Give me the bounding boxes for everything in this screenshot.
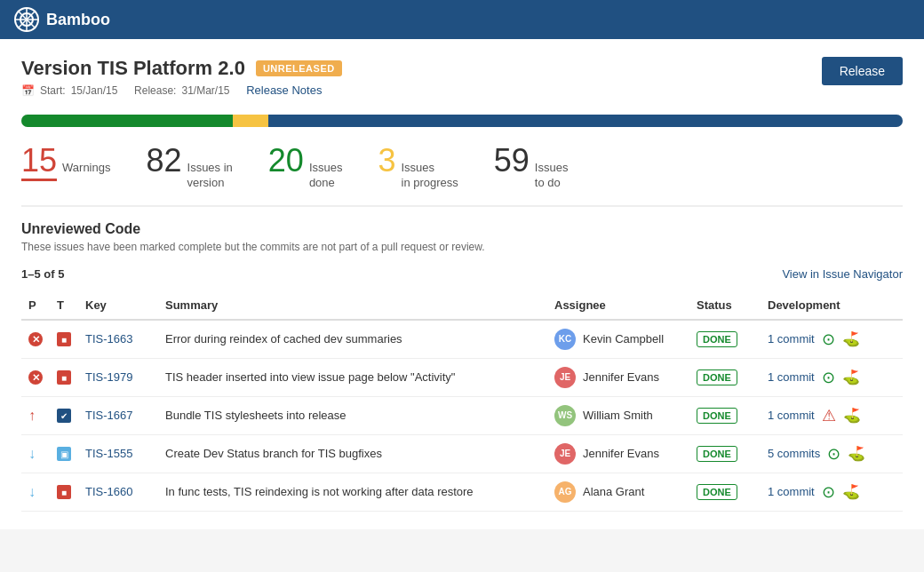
assignee-cell: WS William Smith: [547, 396, 689, 434]
key-cell: TIS-1555: [78, 434, 158, 473]
release-notes-link[interactable]: Release Notes: [246, 83, 322, 97]
development-cell: 1 commit ⊙ ⛳: [761, 320, 903, 359]
issue-key-link[interactable]: TIS-1667: [85, 409, 132, 422]
issue-key-link[interactable]: TIS-1663: [85, 332, 132, 346]
dev-container: 1 commit ⊙ ⛳: [768, 368, 896, 387]
commit-link[interactable]: 1 commit: [768, 370, 815, 384]
progress-blue: [268, 115, 903, 127]
col-header-key: Key: [78, 291, 158, 320]
dev-check-icon: ⊙: [822, 330, 835, 349]
stat-issues-version-number: 82: [146, 145, 181, 177]
type-cell: ✔: [50, 396, 78, 434]
avatar: AG: [554, 481, 576, 503]
stat-issues-todo-number: 59: [494, 145, 530, 177]
priority-blocker-icon: ✕: [28, 332, 43, 346]
summary-cell: In func tests, TIS reindexing is not wor…: [158, 473, 547, 511]
progress-section: [21, 115, 903, 127]
release-button[interactable]: Release: [822, 57, 903, 85]
dev-bamboo-icon: ⛳: [842, 483, 860, 500]
unreviewed-title: Unreviewed Code: [21, 221, 903, 237]
assignee-cell: JE Jennifer Evans: [547, 358, 689, 396]
assignee-name: William Smith: [583, 409, 653, 422]
assignee-cell: KC Kevin Campbell: [547, 320, 689, 359]
avatar: WS: [554, 405, 576, 426]
commit-link[interactable]: 1 commit: [768, 332, 815, 346]
type-bug-icon: ■: [57, 485, 71, 499]
stat-issues-done: 20 Issuesdone: [268, 145, 343, 191]
commit-link[interactable]: 5 commits: [768, 447, 820, 460]
dev-container: 1 commit ⊙ ⛳: [768, 330, 896, 349]
col-header-assignee: Assignee: [547, 291, 689, 320]
dev-check-icon: ⊙: [827, 444, 840, 464]
commit-link[interactable]: 1 commit: [768, 485, 815, 498]
stat-issues-progress-number: 3: [378, 145, 395, 177]
assignee-container: WS William Smith: [554, 405, 682, 426]
version-meta: 📅 Start: 15/Jan/15 Release: 31/Mar/15 Re…: [21, 83, 342, 97]
table-row: ✕ ■ TIS-1979 TIS header inserted into vi…: [21, 358, 903, 396]
priority-critical-icon: ↑: [28, 408, 36, 423]
dev-bamboo-icon: ⛳: [842, 330, 860, 347]
assignee-container: JE Jennifer Evans: [554, 443, 682, 465]
assignee-cell: AG Alana Grant: [547, 473, 689, 511]
start-label: Start:: [40, 84, 66, 97]
issue-key-link[interactable]: TIS-1555: [85, 447, 132, 460]
dev-bamboo-icon: ⛳: [848, 445, 865, 462]
dev-container: 1 commit ⊙ ⛳: [768, 482, 896, 502]
status-cell: DONE: [689, 396, 761, 434]
type-cell: ■: [50, 358, 78, 396]
separator2: [235, 84, 241, 97]
dev-check-icon: ⊙: [822, 482, 835, 502]
type-cell: ■: [50, 320, 78, 359]
priority-cell: ✕: [21, 358, 50, 396]
table-header: P T Key Summary Assignee Status Developm…: [21, 291, 903, 320]
priority-minor-icon: ↓: [28, 484, 36, 499]
stat-warnings-label: Warnings: [62, 161, 110, 176]
calendar-icon: 📅: [21, 84, 35, 97]
summary-cell: Create Dev Status branch for TIS bugfixe…: [158, 434, 547, 473]
table-header-row: 1–5 of 5 View in Issue Navigator: [21, 267, 903, 281]
version-header: Version TIS Platform 2.0 UNRELEASED 📅 St…: [21, 57, 903, 97]
status-cell: DONE: [689, 473, 761, 511]
assignee-name: Jennifer Evans: [583, 370, 659, 384]
table-row: ↑ ✔ TIS-1667 Bundle TIS stylesheets into…: [21, 396, 903, 434]
status-badge: DONE: [697, 446, 737, 462]
assignee-name: Jennifer Evans: [583, 447, 659, 460]
dev-container: 1 commit ⚠ ⛳: [768, 406, 896, 425]
assignee-cell: JE Jennifer Evans: [547, 434, 689, 473]
unreleased-badge: UNRELEASED: [256, 60, 342, 76]
col-header-p: P: [21, 291, 50, 320]
release-label: Release:: [134, 84, 176, 97]
commit-link[interactable]: 1 commit: [768, 409, 815, 422]
type-bug-icon: ■: [57, 332, 71, 346]
release-date: 31/Mar/15: [181, 84, 229, 97]
issue-key-link[interactable]: TIS-1979: [85, 370, 132, 384]
stat-issues-version-label: Issues inversion: [187, 161, 233, 191]
bamboo-logo-icon: [14, 7, 39, 32]
assignee-container: JE Jennifer Evans: [554, 367, 682, 388]
summary-cell: Error during reindex of cached dev summa…: [158, 320, 547, 359]
dev-warn-icon: ⚠: [822, 406, 836, 425]
start-date: 15/Jan/15: [71, 84, 118, 97]
dev-container: 5 commits ⊙ ⛳: [768, 444, 896, 464]
unreviewed-section: Unreviewed Code These issues have been m…: [21, 221, 903, 253]
stats-row: 15 Warnings 82 Issues inversion 20 Issue…: [21, 145, 903, 207]
view-navigator-link[interactable]: View in Issue Navigator: [782, 267, 903, 281]
dev-bamboo-icon: ⛳: [843, 407, 861, 424]
dev-check-icon: ⊙: [822, 368, 835, 387]
priority-cell: ✕: [21, 320, 50, 359]
stat-issues-todo-label: Issuesto do: [535, 161, 569, 191]
version-info: Version TIS Platform 2.0 UNRELEASED 📅 St…: [21, 57, 342, 97]
status-cell: DONE: [689, 358, 761, 396]
logo: Bamboo: [14, 7, 110, 32]
priority-cell: ↓: [21, 434, 50, 473]
stat-issues-todo: 59 Issuesto do: [494, 145, 569, 191]
priority-cell: ↓: [21, 473, 50, 511]
issue-key-link[interactable]: TIS-1660: [85, 485, 132, 498]
key-cell: TIS-1660: [78, 473, 158, 511]
development-cell: 1 commit ⊙ ⛳: [761, 473, 903, 511]
stat-issues-done-label: Issuesdone: [309, 161, 343, 191]
key-cell: TIS-1667: [78, 396, 158, 434]
type-task-icon: ▣: [57, 447, 71, 461]
separator: [123, 84, 129, 97]
key-cell: TIS-1663: [78, 320, 158, 359]
